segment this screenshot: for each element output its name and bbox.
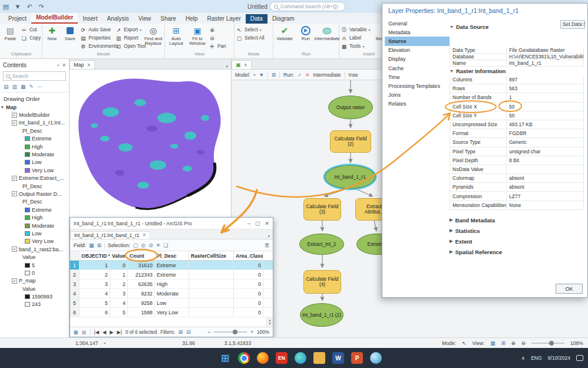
record-view-icon[interactable]: ▦	[74, 329, 78, 335]
close-icon[interactable]: ✕	[142, 232, 146, 238]
save-project-icon[interactable]: ▼	[12, 3, 24, 10]
layer-visibility-checkbox[interactable]: ✓	[12, 120, 17, 126]
save-model-icon[interactable]: ▼	[259, 72, 264, 78]
save-model-button[interactable]: Save	[62, 25, 79, 41]
model-view-tab[interactable]: ▣✕	[232, 60, 252, 69]
map-view-tab[interactable]: Map✕	[70, 60, 95, 69]
close-icon[interactable]: ✕	[62, 63, 66, 68]
prev-record-icon[interactable]: ◀	[103, 329, 106, 335]
dialog-nav-item[interactable]: Display	[385, 55, 450, 64]
zoom-in-button[interactable]: ⊕	[209, 26, 226, 34]
tree-item[interactable]: 0	[0, 269, 69, 277]
raster-info-section-header[interactable]: ▼ Raster Information	[450, 68, 506, 74]
delete-selection-icon[interactable]: ✕	[156, 242, 161, 248]
table-menu-icon[interactable]: ☰	[265, 242, 269, 248]
expand-arrow-icon[interactable]: ▾	[1, 105, 6, 110]
arcgis-pro-icon[interactable]	[370, 352, 382, 364]
dialog-nav-item[interactable]: Cache	[385, 64, 450, 73]
close-icon[interactable]: ✕	[265, 221, 269, 226]
tree-item[interactable]: Extreme	[0, 135, 69, 143]
layer-visibility-checkbox[interactable]: ✓	[12, 113, 17, 118]
model-node[interactable]: Int_band_1_r1 (2)	[300, 303, 343, 327]
layer-visibility-checkbox[interactable]: ✓	[12, 176, 17, 181]
select-by-attributes-icon[interactable]: ▢	[133, 242, 138, 248]
tree-item[interactable]: ✓ P_map	[0, 277, 69, 285]
table-row[interactable]: 4 4 3 9232 Moderate 0	[70, 289, 273, 298]
select-all-button[interactable]: ▢Select All	[236, 34, 265, 42]
tree-item[interactable]: Moderate	[0, 150, 69, 158]
tree-item[interactable]: ▾ Map	[0, 103, 69, 111]
tree-item[interactable]: High	[0, 143, 69, 150]
copy-button[interactable]: ❏Copy	[21, 34, 41, 42]
ribbon-tab[interactable]: Project	[4, 14, 31, 24]
dialog-nav-item[interactable]: Source	[385, 37, 450, 45]
zoom-out-icon[interactable]: ⊖	[521, 340, 526, 346]
tree-item[interactable]: Pl_Desc	[0, 127, 69, 134]
tree-item[interactable]: ✓ Extreme:Extract_...	[0, 175, 69, 182]
mode-cursor-icon[interactable]: ↖	[462, 340, 466, 346]
tree-item[interactable]: Pl_Desc	[0, 182, 69, 190]
ribbon-tab[interactable]: Share	[156, 14, 181, 24]
tree-item[interactable]: Value	[0, 253, 69, 261]
map-scale[interactable]: 1:304,147	[75, 340, 98, 346]
contents-search-input[interactable]: Search	[3, 71, 66, 81]
dialog-nav-item[interactable]: Metadata	[385, 28, 450, 37]
cut-button[interactable]: ✂Cut	[21, 26, 41, 34]
collapsed-section-header[interactable]: ▶ Statistics	[450, 225, 584, 236]
status-zoom-slider[interactable]	[531, 343, 564, 344]
ribbon-tab[interactable]: Analysis	[102, 14, 133, 24]
en-language-badge[interactable]: EN	[276, 352, 288, 364]
chevron-down-icon[interactable]: ▾	[223, 64, 231, 69]
intermediate-button[interactable]: Intermediate	[317, 25, 337, 41]
intermediate-toggle[interactable]: Intermediate	[313, 72, 341, 78]
ribbon-tab[interactable]: ModelBuilder	[31, 13, 78, 24]
environments-button[interactable]: ⚙Environments	[80, 42, 114, 50]
ribbon-tab[interactable]: Data	[246, 14, 267, 24]
chevron-down-icon[interactable]: ▾	[265, 234, 273, 239]
firefox-icon[interactable]	[257, 352, 269, 364]
undo-icon[interactable]: ↶	[24, 3, 35, 11]
zoom-in-icon[interactable]: +	[250, 330, 253, 335]
model-node[interactable]: Calculate Field (4)	[303, 270, 341, 294]
dialog-nav-item[interactable]: Elevation	[385, 46, 450, 55]
list-by-editing-icon[interactable]: ✎	[29, 84, 34, 90]
tray-chevron-icon[interactable]: ∧	[521, 355, 525, 361]
list-by-source-icon[interactable]: ▥	[12, 84, 18, 90]
powerpoint-icon[interactable]: P	[351, 352, 363, 364]
zoom-to-selection-icon[interactable]: ◎	[141, 242, 146, 248]
tree-item[interactable]: Pl_Desc	[0, 198, 69, 206]
record-view2-icon[interactable]: ▦	[82, 329, 87, 335]
file-explorer-icon[interactable]	[313, 352, 325, 364]
close-icon[interactable]: ✕	[244, 63, 248, 68]
chevron-down-icon[interactable]: ▾	[104, 341, 105, 345]
tree-item[interactable]: Very Low	[0, 238, 69, 245]
ribbon-tab[interactable]: View	[134, 14, 156, 24]
pan-button[interactable]: ✛Pan	[209, 42, 226, 50]
language-indicator[interactable]: ENG	[531, 355, 542, 361]
tree-item[interactable]: ✓ Output Raster D...	[0, 190, 69, 198]
validate-button[interactable]: ✔Validate	[275, 25, 295, 41]
ok-button[interactable]: OK	[556, 284, 583, 294]
auto-save-button[interactable]: ⟳Auto Save	[80, 26, 114, 34]
restore-icon[interactable]: ▢	[255, 221, 260, 226]
table-row[interactable]: 2 2 1 212343 Extreme 0	[70, 270, 273, 280]
pin-icon[interactable]: ▪	[57, 63, 59, 68]
collapsed-section-header[interactable]: ▶ Spatial Reference	[450, 247, 584, 257]
first-record-icon[interactable]: |◀	[94, 329, 99, 335]
tree-item[interactable]: ✓ band_1_rast2:ba...	[0, 245, 69, 253]
tree-item[interactable]: High	[0, 213, 69, 221]
auto-layout-button[interactable]: ⊞Auto Layout	[166, 25, 186, 46]
insert-menu-truncated[interactable]: Inse	[349, 72, 358, 78]
more-options-icon[interactable]: ⋯	[37, 84, 42, 90]
dialog-nav-item[interactable]: Joins	[385, 91, 450, 100]
tree-item[interactable]: Low	[0, 159, 69, 166]
layer-visibility-checkbox[interactable]: ✓	[12, 278, 17, 284]
table-row[interactable]: 1 1 0 31610 Extreme 0	[70, 261, 273, 270]
chrome-icon[interactable]	[238, 352, 250, 364]
tree-item[interactable]: Very Low	[0, 166, 69, 174]
table-row[interactable]: 3 3 2 62635 High 0	[70, 280, 273, 289]
tree-item[interactable]: ✓ Int_band_1_r1:Int...	[0, 119, 69, 127]
row-selector-corner[interactable]	[70, 251, 80, 260]
label-button[interactable]: ALabel	[341, 34, 371, 42]
add-field-icon[interactable]: ▦	[89, 242, 94, 248]
